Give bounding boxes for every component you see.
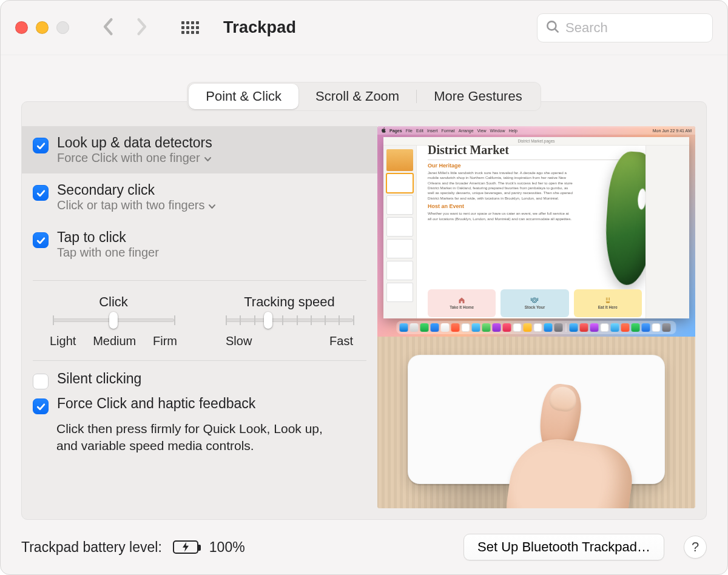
preview-menubar: Pages File Edit Insert Format Arrange Vi… [377, 126, 695, 135]
slider-tracking: Tracking speed Slow Fast [220, 294, 359, 348]
option-tap-sub: Tap with one finger [57, 246, 159, 260]
tabs-segmented: Point & Click Scroll & Zoom More Gesture… [1, 55, 727, 105]
preview-p1: Janet Millet's little sandwich truck sur… [428, 170, 573, 201]
preview-screen: Pages File Edit Insert Format Arrange Vi… [377, 126, 695, 337]
slider-tracking-min: Slow [226, 334, 252, 348]
force-click-description: Click then press firmly for Quick Look, … [56, 420, 323, 455]
slider-click-track[interactable] [53, 318, 174, 322]
svg-point-2 [532, 298, 537, 303]
preview-cards: Take It Home Stock Your Eat It Here [428, 289, 642, 317]
prefs-window: Trackpad Point & Click Scroll & Zoom Mor… [0, 0, 728, 575]
preview-format-panel [645, 137, 689, 318]
checkbox-secondary-click[interactable] [33, 185, 49, 201]
checkbox-tap-to-click[interactable] [33, 232, 49, 248]
apple-menu-icon [381, 127, 386, 133]
battery-percent: 100% [209, 539, 245, 556]
option-silent-clicking[interactable]: Silent clicking [33, 371, 366, 389]
slider-click-knob[interactable] [109, 312, 118, 329]
zoom-window-button[interactable] [56, 21, 69, 34]
sliders-row: Click Light Medium Firm Tracking speed [22, 286, 377, 348]
option-secondary-title: Secondary click [57, 182, 216, 198]
slider-tracking-label: Tracking speed [244, 294, 335, 310]
preview-dock [396, 321, 676, 334]
slider-click-mid: Medium [93, 334, 136, 348]
battery-indicator: 100% [173, 539, 245, 556]
svg-marker-6 [183, 542, 189, 552]
battery-label: Trackpad battery level: [21, 539, 162, 556]
back-button[interactable] [102, 18, 115, 38]
gesture-preview: Pages File Edit Insert Format Arrange Vi… [377, 126, 695, 508]
slider-click: Click Light Medium Firm [50, 294, 177, 348]
option-tap-to-click[interactable]: Tap to click Tap with one finger [22, 221, 377, 268]
forward-button[interactable] [135, 18, 148, 38]
preview-app-name: Pages [389, 129, 402, 133]
svg-line-1 [554, 29, 558, 32]
slider-tracking-max: Fast [329, 334, 353, 348]
slider-tracking-track[interactable] [226, 318, 353, 322]
help-button[interactable]: ? [684, 536, 707, 559]
option-force-click[interactable]: Force Click and haptic feedback [33, 395, 366, 414]
minimize-window-button[interactable] [36, 21, 49, 34]
chevron-down-icon [204, 151, 212, 165]
tab-scroll-zoom[interactable]: Scroll & Zoom [298, 84, 416, 109]
slider-tracking-knob[interactable] [264, 312, 272, 329]
close-window-button[interactable] [15, 21, 28, 34]
preview-zucchini-image [602, 150, 645, 286]
preview-desk [377, 337, 695, 509]
preview-h2a: Our Heritage [428, 163, 639, 169]
checkbox-lookup[interactable] [33, 138, 49, 153]
option-lookup[interactable]: Look up & data detectors Force Click wit… [22, 126, 377, 173]
setup-bluetooth-trackpad-button[interactable]: Set Up Bluetooth Trackpad… [463, 534, 664, 560]
battery-icon [173, 540, 198, 554]
settings-left: Look up & data detectors Force Click wit… [22, 102, 377, 519]
bolt-icon [181, 542, 190, 552]
divider [33, 360, 366, 361]
nav-buttons [102, 18, 148, 38]
footer: Trackpad battery level: 100% Set Up Blue… [1, 520, 727, 574]
preview-p2: Whether you want to rent our space or ha… [428, 211, 573, 221]
toolbar: Trackpad [1, 1, 727, 55]
chevron-down-icon [208, 198, 216, 212]
label-silent-clicking: Silent clicking [57, 371, 141, 387]
window-controls [15, 21, 69, 34]
tab-point-click[interactable]: Point & Click [189, 84, 298, 109]
settings-pane: Look up & data detectors Force Click wit… [21, 101, 707, 520]
show-all-prefs-button[interactable] [181, 19, 199, 37]
option-lookup-title: Look up & data detectors [57, 135, 212, 151]
preview-document-window: District Market.pages District Market Ou… [383, 137, 689, 318]
preview-h1: District Market [428, 143, 639, 160]
option-tap-title: Tap to click [57, 229, 159, 246]
label-force-click: Force Click and haptic feedback [57, 395, 255, 412]
checkbox-force-click[interactable] [33, 398, 49, 414]
option-lookup-sub[interactable]: Force Click with one finger [57, 151, 212, 165]
search-field[interactable] [537, 13, 713, 42]
window-title: Trackpad [223, 18, 296, 37]
option-secondary-sub[interactable]: Click or tap with two fingers [57, 198, 216, 212]
option-secondary-click[interactable]: Secondary click Click or tap with two fi… [22, 173, 377, 221]
preview-thumb-sidebar [383, 137, 417, 318]
slider-click-label: Click [99, 294, 128, 310]
svg-point-3 [533, 299, 536, 301]
checkbox-silent-clicking[interactable] [33, 374, 49, 389]
search-input[interactable] [565, 20, 728, 36]
search-icon [545, 19, 561, 37]
tab-more-gestures[interactable]: More Gestures [417, 84, 539, 109]
slider-click-max: Firm [153, 334, 177, 348]
slider-click-min: Light [50, 334, 76, 348]
divider [33, 280, 366, 281]
